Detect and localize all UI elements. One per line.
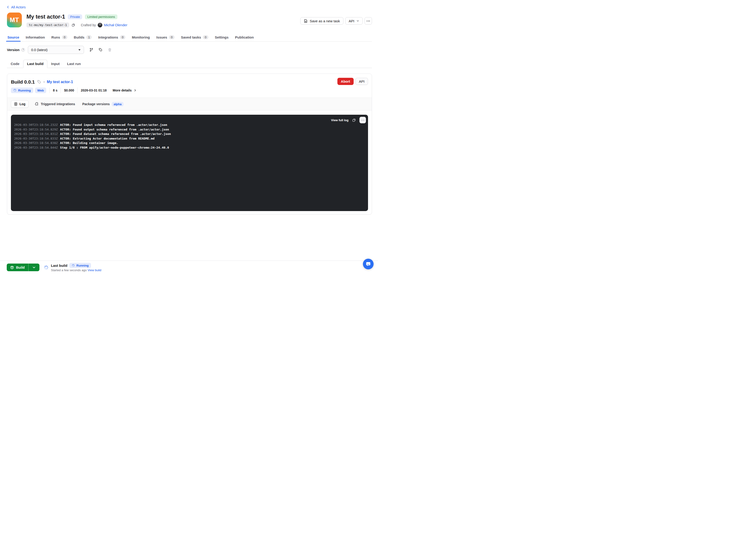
build-split-button: Build [7, 263, 39, 271]
divider [49, 87, 50, 93]
bottom-action-bar: Build Last build Running [0, 260, 378, 274]
status-badge: Running [11, 87, 33, 93]
last-build-label: Last build [51, 263, 68, 267]
save-as-new-task-label: Save as a new task [310, 19, 340, 23]
version-select-value: 0.0 (latest) [31, 48, 48, 52]
tab-runs[interactable]: Runs0 [51, 33, 68, 41]
version-label: Version [7, 48, 19, 52]
version-select[interactable]: 0.0 (latest) [28, 46, 84, 54]
tab-count-badge: 0 [203, 35, 208, 39]
package-icon [10, 265, 14, 269]
crafted-by-label: Crafted by [81, 23, 96, 27]
status-label: Running [76, 264, 89, 267]
actor-id-pill: tc-mo/my-test-actor-1 [26, 23, 69, 27]
delete-version-button[interactable] [108, 48, 112, 52]
chevron-down-icon [32, 265, 36, 269]
caret-down-icon [78, 49, 81, 51]
tab-integrations[interactable]: Integrations0 [98, 33, 126, 41]
chat-bubble-icon [365, 261, 371, 267]
log-more-button[interactable] [359, 117, 366, 123]
log-tab-label: Log [19, 102, 26, 106]
ellipsis-icon [361, 120, 364, 120]
triggered-integrations-label: Triggered integrations [41, 102, 75, 106]
build-api-button[interactable]: API [355, 78, 368, 85]
tab-source[interactable]: Source [7, 33, 20, 41]
tab-issues[interactable]: Issues0 [156, 33, 175, 41]
log-tab-button[interactable]: Log [11, 100, 29, 108]
subtab-input[interactable]: Input [47, 60, 63, 68]
subtab-code[interactable]: Code [7, 60, 23, 68]
tab-count-badge: 0 [169, 35, 174, 39]
package-versions-value[interactable]: alpha [112, 102, 123, 106]
more-actions-button[interactable] [365, 17, 372, 25]
copy-actor-id-button[interactable] [71, 23, 76, 27]
breadcrumb-all-actors[interactable]: All Actors [6, 5, 26, 9]
version-history-button[interactable] [89, 48, 93, 52]
last-build-info: Last build Running Started a few seconds… [51, 263, 101, 272]
build-actor-link[interactable]: My test actor-1 [47, 80, 73, 84]
actor-header-main: My test actor-1 Private Limited permissi… [26, 13, 127, 27]
terminal-controls: View full log [331, 117, 366, 123]
save-as-new-task-button[interactable]: Save as a new task [300, 17, 343, 25]
log-line: 2026-03-30T23:18:54.232ZACTOR: Found inp… [14, 123, 365, 127]
tab-count-badge: 0 [62, 35, 67, 39]
build-status-row: Running Web 8 s $0.000 2026-03-31 01:18 … [11, 87, 368, 93]
actor-avatar-initials: MT [10, 16, 19, 24]
document-icon [304, 19, 308, 23]
log-line: 2026-03-30T23:18:54.831ZACTOR: Found dat… [14, 132, 365, 136]
subtab-last-run[interactable]: Last run [63, 60, 84, 68]
view-build-link[interactable]: View build [87, 268, 101, 272]
last-build-started-text: Started a few seconds ago [51, 268, 87, 272]
chevron-left-icon [6, 6, 10, 9]
build-card: Build 0.0.1 My test actor-1 Running Web … [7, 74, 372, 214]
actor-build-page: All Actors MT My test actor-1 Private Li… [0, 0, 378, 274]
tab-settings[interactable]: Settings [214, 33, 229, 41]
terminal-wrap: View full log 2026-03-30T23:18:54.232ZAC… [7, 110, 372, 215]
status-label: Running [18, 89, 31, 92]
view-full-log-link[interactable]: View full log [331, 118, 349, 122]
chevron-right-icon [134, 89, 136, 92]
api-dropdown-button[interactable]: API [345, 17, 363, 25]
build-card-header: Build 0.0.1 My test actor-1 Running Web … [7, 74, 372, 97]
copy-icon [71, 23, 75, 27]
triggered-integrations-tab[interactable]: Triggered integrations [35, 102, 75, 106]
api-dropdown-label: API [349, 19, 354, 23]
build-duration: 8 s [53, 88, 57, 92]
help-icon[interactable]: ? [21, 48, 25, 52]
page-title: My test actor-1 [26, 13, 65, 20]
chevron-down-icon [356, 19, 359, 22]
more-details-toggle[interactable]: More details [113, 88, 137, 92]
chat-launcher[interactable] [363, 259, 374, 269]
subtab-last-build[interactable]: Last build [23, 60, 48, 68]
author-link[interactable]: Michał Olender [104, 23, 127, 27]
tab-builds[interactable]: Builds1 [73, 33, 92, 41]
spinner-icon [44, 265, 48, 270]
permissions-badge: Limited permissions [85, 14, 117, 19]
dot-separator [44, 81, 45, 82]
actor-header: MT My test actor-1 Private Limited permi… [7, 13, 372, 27]
tag-icon[interactable] [37, 80, 41, 84]
tab-publication[interactable]: Publication [235, 33, 254, 41]
tab-information[interactable]: Information [25, 33, 45, 41]
actor-tabs: Source Information Runs0 Builds1 Integra… [7, 33, 372, 42]
copy-log-button[interactable] [352, 118, 356, 122]
origin-badge: Web [35, 87, 46, 93]
tab-count-badge: 0 [120, 35, 125, 39]
tab-saved-tasks[interactable]: Saved tasks0 [181, 33, 209, 41]
build-button-label: Build [16, 265, 25, 269]
build-cost: $0.000 [64, 88, 74, 92]
visibility-badge: Private [68, 14, 82, 19]
source-subtabs: Code Last build Input Last run [7, 60, 372, 68]
breadcrumb-label: All Actors [11, 5, 26, 9]
tag-version-button[interactable] [99, 48, 103, 52]
actor-avatar: MT [7, 13, 22, 27]
author-avatar [98, 23, 102, 27]
tab-monitoring[interactable]: Monitoring [131, 33, 150, 41]
divider [77, 87, 78, 93]
abort-button[interactable]: Abort [337, 78, 354, 85]
build-title: Build 0.0.1 [11, 79, 35, 85]
version-bar: Version ? 0.0 (latest) [7, 46, 112, 54]
build-options-button[interactable] [28, 263, 39, 271]
build-button[interactable]: Build [7, 263, 28, 271]
log-line: 2026-03-30T23:18:54.844ZStep 1/8 : FROM … [14, 145, 365, 150]
